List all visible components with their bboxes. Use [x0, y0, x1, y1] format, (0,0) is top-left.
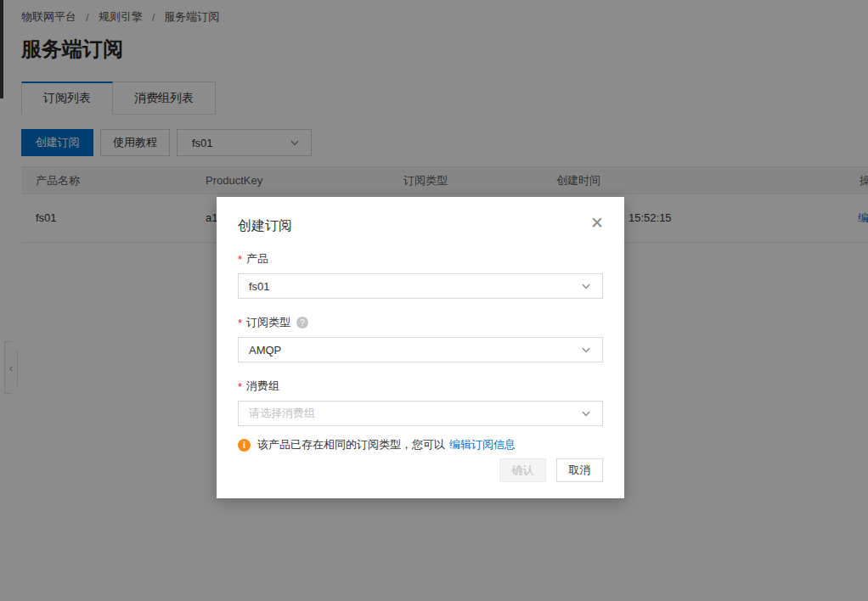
field-label-consumer-group: * 消费组	[238, 379, 603, 394]
field-label-subscription-type: * 订阅类型 ?	[238, 315, 603, 330]
notice-text: 该产品已存在相同的订阅类型，您可以	[257, 437, 445, 452]
field-label-product: * 产品	[238, 251, 603, 267]
required-mark: *	[238, 380, 242, 393]
edit-subscription-link[interactable]: 编辑订阅信息	[449, 437, 516, 452]
product-select[interactable]: fs01	[238, 273, 603, 299]
create-subscription-modal: 创建订阅 ✕ * 产品 fs01 * 订阅类型 ? AMQP * 消费组 请选择…	[217, 197, 624, 498]
modal-footer: 确认 取消	[499, 458, 603, 482]
chevron-down-icon	[580, 280, 592, 292]
help-icon[interactable]: ?	[296, 317, 308, 329]
required-mark: *	[238, 317, 242, 329]
consumer-group-select[interactable]: 请选择消费组	[238, 401, 603, 426]
subscription-type-value: AMQP	[249, 344, 281, 357]
close-icon[interactable]: ✕	[587, 212, 607, 233]
field-label-text: 订阅类型	[246, 315, 290, 330]
field-label-text: 消费组	[246, 379, 279, 394]
consumer-group-placeholder: 请选择消费组	[249, 406, 315, 421]
required-mark: *	[238, 253, 242, 266]
modal-title: 创建订阅	[238, 217, 603, 235]
info-icon: i	[238, 439, 251, 452]
confirm-button[interactable]: 确认	[499, 458, 546, 482]
chevron-down-icon	[580, 407, 592, 419]
chevron-down-icon	[580, 344, 592, 356]
product-select-value: fs01	[249, 280, 270, 293]
duplicate-subscription-notice: i 该产品已存在相同的订阅类型，您可以 编辑订阅信息	[238, 437, 603, 452]
cancel-button[interactable]: 取消	[556, 458, 603, 482]
subscription-type-select[interactable]: AMQP	[238, 337, 603, 362]
field-label-text: 产品	[246, 251, 268, 267]
